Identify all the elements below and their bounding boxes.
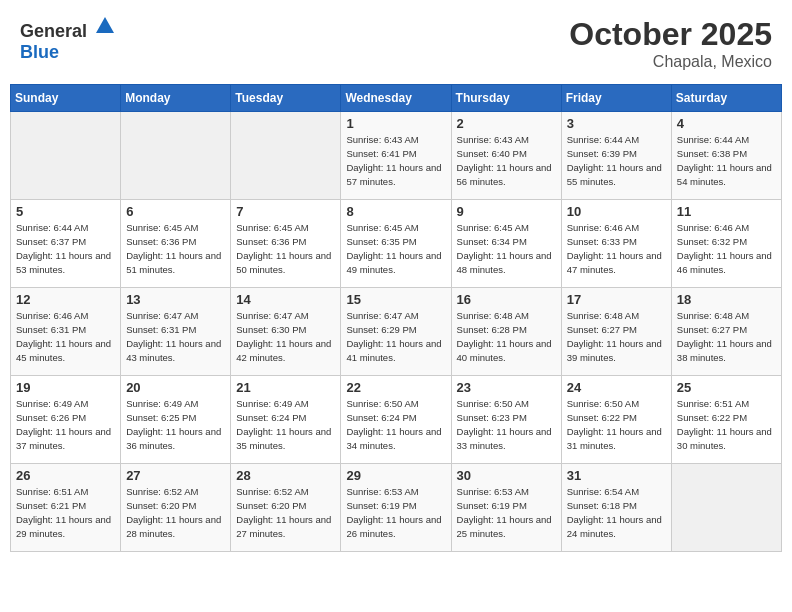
logo-general: General (20, 21, 87, 41)
day-info: Sunrise: 6:50 AMSunset: 6:24 PMDaylight:… (346, 397, 445, 452)
calendar-cell: 22Sunrise: 6:50 AMSunset: 6:24 PMDayligh… (341, 376, 451, 464)
calendar-week-4: 19Sunrise: 6:49 AMSunset: 6:26 PMDayligh… (11, 376, 782, 464)
day-info: Sunrise: 6:44 AMSunset: 6:38 PMDaylight:… (677, 133, 776, 188)
day-info: Sunrise: 6:45 AMSunset: 6:36 PMDaylight:… (236, 221, 335, 276)
day-info: Sunrise: 6:48 AMSunset: 6:27 PMDaylight:… (677, 309, 776, 364)
calendar-cell: 18Sunrise: 6:48 AMSunset: 6:27 PMDayligh… (671, 288, 781, 376)
day-number: 11 (677, 204, 776, 219)
day-info: Sunrise: 6:45 AMSunset: 6:36 PMDaylight:… (126, 221, 225, 276)
day-number: 31 (567, 468, 666, 483)
calendar-cell: 25Sunrise: 6:51 AMSunset: 6:22 PMDayligh… (671, 376, 781, 464)
day-number: 18 (677, 292, 776, 307)
title-block: October 2025 Chapala, Mexico (569, 15, 772, 71)
day-number: 1 (346, 116, 445, 131)
day-info: Sunrise: 6:49 AMSunset: 6:26 PMDaylight:… (16, 397, 115, 452)
day-number: 4 (677, 116, 776, 131)
day-info: Sunrise: 6:49 AMSunset: 6:24 PMDaylight:… (236, 397, 335, 452)
calendar-cell: 30Sunrise: 6:53 AMSunset: 6:19 PMDayligh… (451, 464, 561, 552)
day-info: Sunrise: 6:45 AMSunset: 6:35 PMDaylight:… (346, 221, 445, 276)
weekday-header-sunday: Sunday (11, 85, 121, 112)
calendar-cell (121, 112, 231, 200)
month-title: October 2025 (569, 15, 772, 53)
day-number: 2 (457, 116, 556, 131)
calendar-cell (11, 112, 121, 200)
calendar-cell: 29Sunrise: 6:53 AMSunset: 6:19 PMDayligh… (341, 464, 451, 552)
weekday-header-monday: Monday (121, 85, 231, 112)
weekday-header-tuesday: Tuesday (231, 85, 341, 112)
logo-text: General Blue (20, 15, 116, 63)
day-number: 26 (16, 468, 115, 483)
calendar-cell: 27Sunrise: 6:52 AMSunset: 6:20 PMDayligh… (121, 464, 231, 552)
calendar-cell: 13Sunrise: 6:47 AMSunset: 6:31 PMDayligh… (121, 288, 231, 376)
svg-marker-0 (96, 17, 114, 33)
weekday-header-thursday: Thursday (451, 85, 561, 112)
day-info: Sunrise: 6:50 AMSunset: 6:22 PMDaylight:… (567, 397, 666, 452)
day-info: Sunrise: 6:46 AMSunset: 6:31 PMDaylight:… (16, 309, 115, 364)
day-info: Sunrise: 6:51 AMSunset: 6:22 PMDaylight:… (677, 397, 776, 452)
day-number: 29 (346, 468, 445, 483)
day-number: 28 (236, 468, 335, 483)
day-number: 23 (457, 380, 556, 395)
day-info: Sunrise: 6:49 AMSunset: 6:25 PMDaylight:… (126, 397, 225, 452)
calendar-cell: 6Sunrise: 6:45 AMSunset: 6:36 PMDaylight… (121, 200, 231, 288)
weekday-header-wednesday: Wednesday (341, 85, 451, 112)
day-number: 25 (677, 380, 776, 395)
logo-icon (94, 15, 116, 37)
day-number: 20 (126, 380, 225, 395)
calendar-cell: 23Sunrise: 6:50 AMSunset: 6:23 PMDayligh… (451, 376, 561, 464)
day-info: Sunrise: 6:47 AMSunset: 6:29 PMDaylight:… (346, 309, 445, 364)
day-number: 6 (126, 204, 225, 219)
calendar-cell: 12Sunrise: 6:46 AMSunset: 6:31 PMDayligh… (11, 288, 121, 376)
day-info: Sunrise: 6:44 AMSunset: 6:39 PMDaylight:… (567, 133, 666, 188)
calendar-body: 1Sunrise: 6:43 AMSunset: 6:41 PMDaylight… (11, 112, 782, 552)
day-info: Sunrise: 6:53 AMSunset: 6:19 PMDaylight:… (346, 485, 445, 540)
day-info: Sunrise: 6:48 AMSunset: 6:28 PMDaylight:… (457, 309, 556, 364)
day-info: Sunrise: 6:54 AMSunset: 6:18 PMDaylight:… (567, 485, 666, 540)
calendar-cell (231, 112, 341, 200)
calendar-cell: 21Sunrise: 6:49 AMSunset: 6:24 PMDayligh… (231, 376, 341, 464)
calendar-cell (671, 464, 781, 552)
calendar-cell: 15Sunrise: 6:47 AMSunset: 6:29 PMDayligh… (341, 288, 451, 376)
day-number: 19 (16, 380, 115, 395)
calendar-cell: 5Sunrise: 6:44 AMSunset: 6:37 PMDaylight… (11, 200, 121, 288)
day-info: Sunrise: 6:50 AMSunset: 6:23 PMDaylight:… (457, 397, 556, 452)
calendar-cell: 19Sunrise: 6:49 AMSunset: 6:26 PMDayligh… (11, 376, 121, 464)
day-info: Sunrise: 6:48 AMSunset: 6:27 PMDaylight:… (567, 309, 666, 364)
page-header: General Blue October 2025 Chapala, Mexic… (10, 10, 782, 76)
day-info: Sunrise: 6:51 AMSunset: 6:21 PMDaylight:… (16, 485, 115, 540)
day-number: 30 (457, 468, 556, 483)
day-info: Sunrise: 6:52 AMSunset: 6:20 PMDaylight:… (236, 485, 335, 540)
location-title: Chapala, Mexico (569, 53, 772, 71)
calendar-cell: 8Sunrise: 6:45 AMSunset: 6:35 PMDaylight… (341, 200, 451, 288)
day-info: Sunrise: 6:53 AMSunset: 6:19 PMDaylight:… (457, 485, 556, 540)
calendar-cell: 3Sunrise: 6:44 AMSunset: 6:39 PMDaylight… (561, 112, 671, 200)
calendar-week-1: 1Sunrise: 6:43 AMSunset: 6:41 PMDaylight… (11, 112, 782, 200)
day-number: 8 (346, 204, 445, 219)
calendar-cell: 4Sunrise: 6:44 AMSunset: 6:38 PMDaylight… (671, 112, 781, 200)
calendar-cell: 20Sunrise: 6:49 AMSunset: 6:25 PMDayligh… (121, 376, 231, 464)
calendar-cell: 14Sunrise: 6:47 AMSunset: 6:30 PMDayligh… (231, 288, 341, 376)
day-info: Sunrise: 6:47 AMSunset: 6:30 PMDaylight:… (236, 309, 335, 364)
day-number: 9 (457, 204, 556, 219)
weekday-header-friday: Friday (561, 85, 671, 112)
day-number: 5 (16, 204, 115, 219)
weekday-row: SundayMondayTuesdayWednesdayThursdayFrid… (11, 85, 782, 112)
calendar-cell: 7Sunrise: 6:45 AMSunset: 6:36 PMDaylight… (231, 200, 341, 288)
day-number: 17 (567, 292, 666, 307)
day-number: 27 (126, 468, 225, 483)
day-info: Sunrise: 6:44 AMSunset: 6:37 PMDaylight:… (16, 221, 115, 276)
day-info: Sunrise: 6:43 AMSunset: 6:41 PMDaylight:… (346, 133, 445, 188)
calendar-cell: 2Sunrise: 6:43 AMSunset: 6:40 PMDaylight… (451, 112, 561, 200)
day-number: 10 (567, 204, 666, 219)
day-number: 21 (236, 380, 335, 395)
day-info: Sunrise: 6:47 AMSunset: 6:31 PMDaylight:… (126, 309, 225, 364)
day-number: 13 (126, 292, 225, 307)
calendar-week-5: 26Sunrise: 6:51 AMSunset: 6:21 PMDayligh… (11, 464, 782, 552)
day-info: Sunrise: 6:46 AMSunset: 6:32 PMDaylight:… (677, 221, 776, 276)
day-number: 15 (346, 292, 445, 307)
day-number: 22 (346, 380, 445, 395)
calendar-cell: 24Sunrise: 6:50 AMSunset: 6:22 PMDayligh… (561, 376, 671, 464)
day-info: Sunrise: 6:46 AMSunset: 6:33 PMDaylight:… (567, 221, 666, 276)
calendar-header: SundayMondayTuesdayWednesdayThursdayFrid… (11, 85, 782, 112)
day-number: 16 (457, 292, 556, 307)
